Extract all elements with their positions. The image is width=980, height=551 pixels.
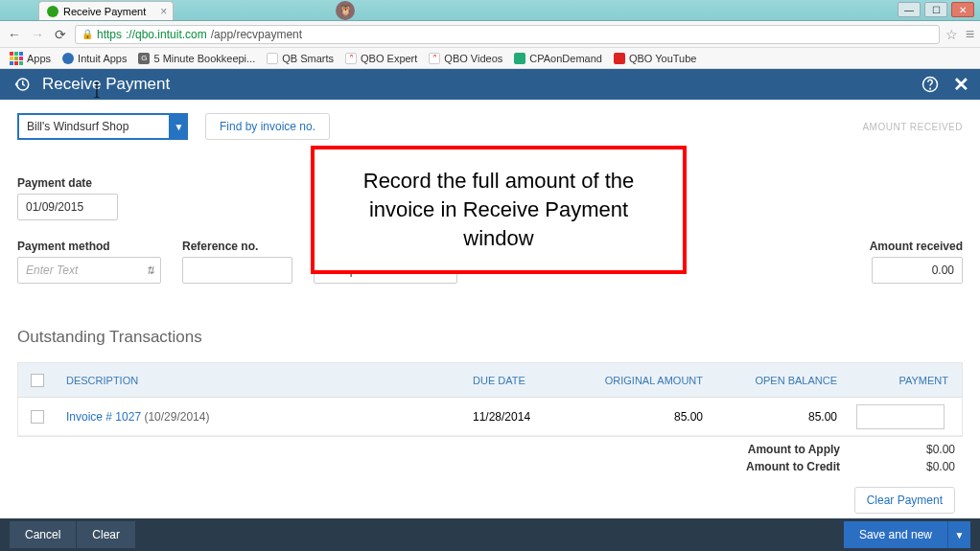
find-by-invoice-button[interactable]: Find by invoice no. <box>205 113 330 140</box>
bookmark-icon: ʰ <box>429 53 440 64</box>
browser-menu-icon[interactable]: ≡ <box>966 26 974 43</box>
back-button[interactable]: ← <box>6 26 23 43</box>
url-scheme: https <box>97 28 122 41</box>
col-original-amount: ORIGINAL AMOUNT <box>578 375 712 386</box>
bookmark-qbsmarts[interactable]: QB Smarts <box>267 53 334 64</box>
main-content: Bill's Windsurf Shop ▼ Find by invoice n… <box>0 100 980 544</box>
customer-select-value: Bill's Windsurf Shop <box>19 120 186 133</box>
extension-icon[interactable]: 🦉 <box>336 1 355 20</box>
page-title: Receive Payment <box>42 75 170 94</box>
text-cursor-icon <box>92 82 102 98</box>
window-controls: — ☐ ✕ <box>898 0 974 19</box>
col-payment: PAYMENT <box>847 375 962 386</box>
cell-original-amount: 85.00 <box>578 410 712 424</box>
bookmark-icon <box>62 53 74 64</box>
col-description: DESCRIPTION <box>57 375 463 386</box>
col-due-date: DUE DATE <box>463 375 578 386</box>
transactions-table: DESCRIPTION DUE DATE ORIGINAL AMOUNT OPE… <box>17 362 963 437</box>
browser-tab-strip: Receive Payment × 🦉 — ☐ ✕ <box>0 0 980 21</box>
customer-select-dropdown-icon[interactable]: ▼ <box>169 113 188 140</box>
clear-payment-button[interactable]: Clear Payment <box>854 487 955 514</box>
save-dropdown-icon[interactable]: ▼ <box>947 521 970 548</box>
apps-grid-icon <box>10 52 23 65</box>
bookmark-qbovideos[interactable]: ʰQBO Videos <box>429 53 502 64</box>
row-checkbox[interactable] <box>31 410 44 424</box>
payment-date-label: Payment date <box>17 176 118 190</box>
bookmark-icon <box>267 53 278 64</box>
cancel-button[interactable]: Cancel <box>10 521 76 548</box>
amount-received-input[interactable]: 0.00 <box>872 257 963 284</box>
address-bar: ← → ⟳ 🔒 https://qbo.intuit.com/app/recvp… <box>0 21 980 48</box>
bookmark-star-icon[interactable]: ☆ <box>945 27 958 42</box>
history-icon[interactable] <box>13 76 31 93</box>
url-path: /app/recvpayment <box>211 28 302 41</box>
amount-received-label: Amount received <box>870 240 963 253</box>
bookmark-5min[interactable]: G5 Minute Bookkeepi... <box>138 53 255 64</box>
amount-received-header: AMOUNT RECEIVED <box>862 122 963 132</box>
bookmarks-bar: Apps Intuit Apps G5 Minute Bookkeepi... … <box>0 48 980 69</box>
apps-bookmark[interactable]: Apps <box>10 52 51 65</box>
url-input[interactable]: 🔒 https://qbo.intuit.com/app/recvpayment <box>75 25 940 44</box>
window-minimize-icon[interactable]: — <box>898 2 921 17</box>
clear-button[interactable]: Clear <box>76 521 135 548</box>
amount-to-credit-label: Amount to Credit <box>746 460 840 473</box>
invoice-date: (10/29/2014) <box>144 410 209 424</box>
forward-button[interactable]: → <box>29 26 46 43</box>
close-panel-icon[interactable]: ✕ <box>951 75 970 94</box>
amount-to-credit-value: $0.00 <box>898 460 955 473</box>
qbo-favicon <box>47 6 58 17</box>
col-open-balance: OPEN BALANCE <box>712 375 847 386</box>
payment-method-select[interactable]: Enter Text <box>17 257 161 284</box>
reference-no-input[interactable] <box>182 257 292 284</box>
select-all-checkbox[interactable] <box>31 374 44 387</box>
invoice-link[interactable]: Invoice # 1027 <box>66 410 141 424</box>
table-header: DESCRIPTION DUE DATE ORIGINAL AMOUNT OPE… <box>18 363 962 398</box>
cell-open-balance: 85.00 <box>712 410 847 424</box>
lock-icon: 🔒 <box>82 29 93 39</box>
bookmark-qboyt[interactable]: QBO YouTube <box>614 53 697 64</box>
window-maximize-icon[interactable]: ☐ <box>924 2 947 17</box>
svg-point-2 <box>930 88 931 89</box>
payment-amount-input[interactable] <box>856 404 945 429</box>
reload-button[interactable]: ⟳ <box>52 26 69 43</box>
bookmark-icon: ʰ <box>345 53 357 64</box>
instruction-callout: Record the full amount of the invoice in… <box>311 146 687 274</box>
tab-title: Receive Payment <box>63 6 146 17</box>
bookmark-icon: G <box>138 53 150 64</box>
callout-text: Record the full amount of the invoice in… <box>341 167 656 252</box>
totals-section: Amount to Apply $0.00 Amount to Credit $… <box>17 443 963 514</box>
help-icon[interactable] <box>921 75 940 94</box>
cell-due-date: 11/28/2014 <box>463 410 578 424</box>
amount-to-apply-label: Amount to Apply <box>748 443 840 456</box>
bookmark-icon <box>514 53 525 64</box>
url-host: ://qbo.intuit.com <box>126 28 207 41</box>
bookmark-qboexpert[interactable]: ʰQBO Expert <box>345 53 417 64</box>
customer-select[interactable]: Bill's Windsurf Shop ▼ <box>17 113 188 140</box>
page-header: Receive Payment ✕ <box>0 69 980 100</box>
payment-method-label: Payment method <box>17 240 161 253</box>
save-and-new-button[interactable]: Save and new <box>844 521 947 548</box>
bookmark-cpaod[interactable]: CPAonDemand <box>514 53 602 64</box>
window-close-icon[interactable]: ✕ <box>951 2 974 17</box>
reference-no-label: Reference no. <box>182 240 292 253</box>
browser-tab[interactable]: Receive Payment × <box>38 1 174 20</box>
footer-bar: Cancel Clear Save and new ▼ <box>0 518 980 551</box>
table-row: Invoice # 1027 (10/29/2014) 11/28/2014 8… <box>18 398 962 436</box>
amount-to-apply-value: $0.00 <box>898 443 955 456</box>
tab-close-icon[interactable]: × <box>160 5 167 18</box>
payment-date-input[interactable]: 01/09/2015 <box>17 194 118 220</box>
outstanding-title: Outstanding Transactions <box>17 328 963 347</box>
bookmark-icon <box>614 53 625 64</box>
bookmark-intuit-apps[interactable]: Intuit Apps <box>62 53 127 64</box>
